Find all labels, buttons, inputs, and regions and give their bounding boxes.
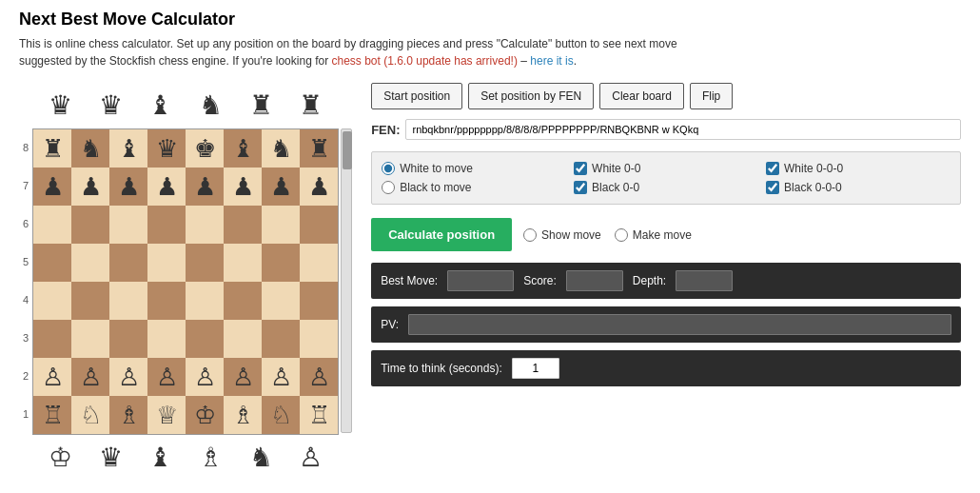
board-square[interactable]	[224, 320, 262, 358]
white-oo-checkbox[interactable]	[574, 162, 587, 175]
black-to-move-option[interactable]: Black to move	[382, 181, 566, 194]
board-square[interactable]: ♙	[186, 358, 224, 396]
board-square[interactable]: ♙	[71, 358, 109, 396]
start-position-button[interactable]: Start position	[371, 83, 462, 109]
board-square[interactable]: ♘	[262, 396, 300, 434]
board-square[interactable]: ♙	[33, 358, 71, 396]
board-square[interactable]: ♝	[224, 129, 262, 168]
board-square[interactable]	[71, 206, 109, 244]
black-to-move-label: Black to move	[400, 181, 471, 194]
board-square[interactable]: ♙	[300, 358, 338, 396]
depth-input[interactable]	[676, 270, 733, 291]
board-square[interactable]: ♟	[300, 168, 338, 206]
board-square[interactable]	[186, 320, 224, 358]
white-oo-option[interactable]: White 0-0	[574, 162, 758, 175]
board-square[interactable]	[300, 206, 338, 244]
make-move-radio[interactable]	[615, 228, 628, 242]
board-square[interactable]	[224, 282, 262, 320]
board-square[interactable]: ♟	[186, 168, 224, 206]
board-square[interactable]	[186, 244, 224, 282]
board-square[interactable]	[109, 244, 147, 282]
board-square[interactable]: ♜	[33, 129, 71, 168]
make-move-option[interactable]: Make move	[615, 228, 692, 242]
board-square[interactable]: ♚	[186, 129, 224, 168]
here-link[interactable]: here it is	[530, 54, 573, 68]
board-square[interactable]: ♝	[109, 129, 147, 168]
board-square[interactable]: ♟	[262, 168, 300, 206]
board-square[interactable]	[33, 320, 71, 358]
board-square[interactable]: ♙	[147, 358, 186, 396]
board-square[interactable]	[71, 282, 109, 320]
board-square[interactable]	[186, 206, 224, 244]
board-square[interactable]: ♟	[224, 168, 262, 206]
board-square[interactable]	[147, 244, 186, 282]
board-square[interactable]: ♖	[33, 396, 71, 434]
board-square[interactable]: ♜	[300, 129, 338, 168]
show-move-radio[interactable]	[523, 228, 537, 242]
board-square[interactable]	[71, 244, 109, 282]
chess-bot-link[interactable]: chess bot (1.6.0 update has arrived!)	[331, 54, 517, 68]
board-square[interactable]: ♗	[224, 396, 262, 434]
board-square[interactable]: ♘	[71, 396, 109, 434]
set-fen-button[interactable]: Set position by FEN	[468, 83, 594, 109]
board-square[interactable]	[33, 282, 71, 320]
board-square[interactable]	[147, 206, 186, 244]
board-square[interactable]	[262, 320, 300, 358]
clear-board-button[interactable]: Clear board	[599, 83, 684, 109]
board-square[interactable]: ♟	[71, 168, 109, 206]
board-square[interactable]: ♟	[33, 168, 71, 206]
board-square[interactable]: ♗	[109, 396, 147, 434]
board-square[interactable]: ♙	[224, 358, 262, 396]
board-square[interactable]	[147, 320, 186, 358]
board-square[interactable]	[300, 244, 338, 282]
scrollbar[interactable]	[341, 128, 352, 433]
white-to-move-radio[interactable]	[382, 162, 395, 175]
score-input[interactable]	[566, 270, 623, 291]
white-to-move-label: White to move	[400, 162, 473, 175]
board-square[interactable]	[71, 320, 109, 358]
chess-board[interactable]: ♜♞♝♛♚♝♞♜♟♟♟♟♟♟♟♟♙♙♙♙♙♙♙♙♖♘♗♕♔♗♘♖	[32, 128, 339, 435]
white-oo-label: White 0-0	[592, 162, 640, 175]
board-square[interactable]	[262, 244, 300, 282]
board-square[interactable]	[262, 206, 300, 244]
board-square[interactable]	[300, 320, 338, 358]
black-oo-checkbox[interactable]	[574, 181, 587, 194]
board-square[interactable]: ♞	[71, 129, 109, 168]
calculate-button[interactable]: Calculate position	[371, 218, 512, 251]
board-square[interactable]	[109, 282, 147, 320]
board-square[interactable]	[224, 206, 262, 244]
white-to-move-option[interactable]: White to move	[382, 162, 566, 175]
best-move-input[interactable]	[447, 270, 514, 291]
board-square[interactable]: ♕	[147, 396, 186, 434]
board-square[interactable]	[224, 244, 262, 282]
black-ooo-option[interactable]: Black 0-0-0	[766, 181, 951, 194]
show-move-option[interactable]: Show move	[523, 228, 601, 242]
board-square[interactable]	[109, 320, 147, 358]
extra-piece: ♜	[292, 87, 330, 125]
board-square[interactable]	[300, 282, 338, 320]
board-square[interactable]	[186, 282, 224, 320]
black-oo-option[interactable]: Black 0-0	[574, 181, 758, 194]
white-ooo-option[interactable]: White 0-0-0	[766, 162, 951, 175]
board-square[interactable]	[147, 282, 186, 320]
board-square[interactable]: ♙	[262, 358, 300, 396]
think-input[interactable]	[512, 358, 559, 379]
flip-button[interactable]: Flip	[690, 83, 733, 109]
board-square[interactable]: ♙	[109, 358, 147, 396]
board-square[interactable]	[33, 244, 71, 282]
board-square[interactable]	[33, 206, 71, 244]
board-square[interactable]: ♟	[147, 168, 186, 206]
black-ooo-checkbox[interactable]	[766, 181, 779, 194]
board-square[interactable]	[262, 282, 300, 320]
think-row: Time to think (seconds):	[371, 350, 961, 386]
fen-input[interactable]	[405, 119, 961, 140]
black-to-move-radio[interactable]	[382, 181, 395, 194]
pv-input[interactable]	[408, 314, 951, 335]
board-square[interactable]: ♟	[109, 168, 147, 206]
board-square[interactable]: ♖	[300, 396, 338, 434]
white-ooo-checkbox[interactable]	[766, 162, 779, 175]
board-square[interactable]: ♞	[262, 129, 300, 168]
board-square[interactable]: ♛	[147, 129, 186, 168]
board-square[interactable]	[109, 206, 147, 244]
board-square[interactable]: ♔	[186, 396, 224, 434]
